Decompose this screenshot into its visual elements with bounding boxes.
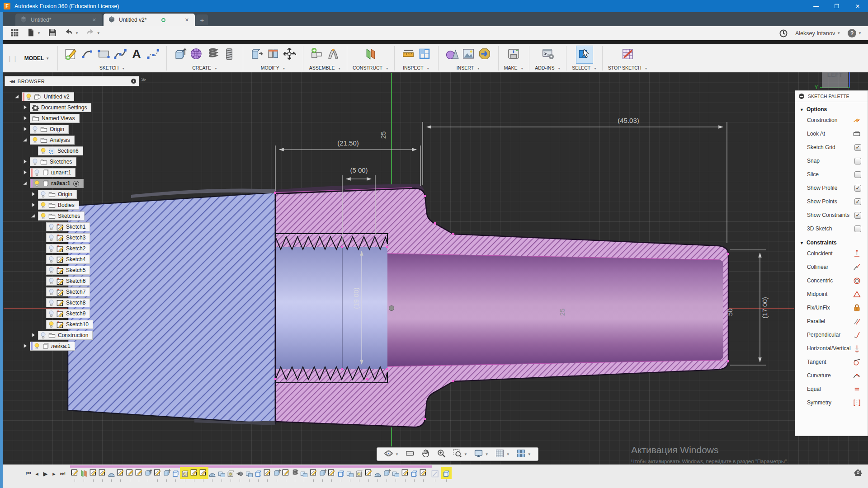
document-tab-untitled[interactable]: Untitled* ✕: [15, 14, 102, 26]
timeline-feature-12-boxo[interactable]: [172, 469, 179, 478]
align-button[interactable]: [265, 46, 281, 63]
print-3d-button[interactable]: [505, 46, 522, 63]
timeline-feature-3-sketch[interactable]: [90, 469, 97, 478]
palette-option-show-profile[interactable]: Show Profile✓: [795, 181, 868, 195]
decal-button[interactable]: [444, 46, 460, 63]
ribbon-group-label[interactable]: CONSTRUCT ▼: [353, 65, 389, 70]
constraint-fix-unfix[interactable]: Fix/UnFix: [795, 301, 868, 314]
expander-icon[interactable]: [23, 105, 29, 111]
browser-row-named-views[interactable]: Named Views: [23, 114, 80, 123]
constraint-tangent[interactable]: Tangent: [795, 355, 868, 369]
visibility-bulb-icon[interactable]: [40, 191, 46, 198]
timeline-play-button[interactable]: ▶: [42, 469, 49, 478]
timeline-feature-39-sketch[interactable]: [420, 469, 427, 478]
window-zoom-button[interactable]: ▼: [449, 449, 471, 460]
new-component-button[interactable]: [309, 46, 325, 63]
timeline-feature-30-boxo[interactable]: [337, 469, 345, 478]
maximize-button[interactable]: ❐: [826, 0, 847, 12]
visibility-bulb-icon[interactable]: [48, 224, 54, 230]
measure-button[interactable]: [400, 46, 416, 63]
browser-row-sketch6[interactable]: Sketch6: [39, 277, 90, 286]
timeline-feature-8-sketch[interactable]: [135, 469, 143, 478]
browser-row-analysis[interactable]: Analysis: [23, 136, 75, 145]
browser-row-sketch8[interactable]: Sketch8: [39, 298, 90, 307]
select-button[interactable]: [576, 46, 593, 63]
browser-row-origin[interactable]: Origin: [31, 190, 77, 199]
browser-row-лейка-1[interactable]: лейка:1: [23, 342, 75, 351]
visibility-bulb-icon[interactable]: [48, 278, 54, 285]
timeline-feature-26-combine[interactable]: [300, 469, 308, 478]
constraint-concentric[interactable]: Concentric: [795, 274, 868, 287]
timeline-feature-14-sketch[interactable]: [190, 469, 198, 478]
app-grid-button[interactable]: [10, 28, 19, 39]
timeline-feature-18-hole[interactable]: [227, 469, 235, 478]
checkbox-checked[interactable]: ✓: [854, 212, 861, 219]
user-menu[interactable]: Aleksey Intanov ▼: [795, 30, 840, 37]
dim-50[interactable]: 50: [726, 309, 734, 316]
browser-row-sketch1[interactable]: Sketch1: [39, 222, 90, 231]
visibility-bulb-icon[interactable]: [26, 94, 32, 100]
timeline-step-forward-button[interactable]: ▸: [50, 469, 58, 478]
palette-option-look-at[interactable]: Look At: [795, 127, 868, 141]
section-analysis-button[interactable]: [416, 46, 433, 63]
timeline-feature-37-sketch[interactable]: [401, 469, 409, 478]
browser-row-bodies[interactable]: Bodies: [31, 201, 79, 210]
rectangle-button[interactable]: [96, 46, 112, 63]
timeline-feature-38-boxo[interactable]: [410, 469, 418, 478]
constraint-parallel[interactable]: Parallel: [795, 314, 868, 328]
browser-row-sketch3[interactable]: Sketch3: [39, 233, 90, 242]
palette-option-show-constraints[interactable]: Show Constraints✓: [795, 208, 868, 222]
ribbon-group-label[interactable]: STOP SKETCH ▼: [608, 65, 648, 70]
press-pull-button[interactable]: [249, 46, 265, 63]
browser-row-origin[interactable]: Origin: [23, 125, 69, 134]
orbit-button[interactable]: ▼: [381, 449, 402, 460]
palette-option-show-points[interactable]: Show Points✓: [795, 195, 868, 208]
browser-row-sketch9[interactable]: Sketch9: [39, 309, 90, 318]
visibility-bulb-icon[interactable]: [48, 310, 54, 317]
timeline-feature-34-revolve[interactable]: [374, 469, 382, 478]
checkbox-checked[interactable]: ✓: [854, 144, 861, 151]
browser-row-sketches[interactable]: Sketches: [31, 211, 85, 221]
timeline-feature-13-hole[interactable]: [181, 469, 189, 478]
expander-icon[interactable]: [31, 333, 37, 338]
insert-mesh-button[interactable]: [476, 46, 493, 63]
expander-icon[interactable]: [23, 127, 29, 132]
scripts-addins-button[interactable]: [540, 46, 556, 63]
close-button[interactable]: ✕: [847, 0, 868, 12]
construction-icon[interactable]: [852, 116, 861, 125]
pan-button[interactable]: [418, 449, 434, 460]
panel-handle-icon[interactable]: [131, 79, 136, 84]
browser-row-sketch2[interactable]: Sketch2: [39, 244, 90, 253]
minimize-button[interactable]: —: [806, 0, 826, 12]
palette-option-snap[interactable]: Snap: [795, 154, 868, 168]
timeline-feature-25-coil[interactable]: [291, 469, 299, 478]
redo-button[interactable]: ▼: [86, 28, 100, 39]
sketch-palette-header[interactable]: SKETCH PALETTE: [795, 91, 868, 102]
expander-icon[interactable]: [31, 192, 37, 197]
constraint-coincident[interactable]: Coincident: [795, 247, 868, 260]
timeline-skip-end-button[interactable]: ⏭: [59, 469, 66, 478]
visibility-bulb-icon[interactable]: [48, 245, 54, 252]
zoom-button[interactable]: [434, 449, 449, 460]
form-button[interactable]: [189, 46, 205, 63]
timeline-feature-32-hole[interactable]: [355, 469, 363, 478]
timeline-feature-2-mirror[interactable]: [80, 469, 88, 478]
palette-option-sketch-grid[interactable]: Sketch Grid✓: [795, 141, 868, 154]
ribbon-group-label[interactable]: SKETCH ▼: [99, 65, 125, 70]
expander-icon[interactable]: [23, 181, 29, 187]
timeline-feature-9-extrude[interactable]: [144, 469, 152, 478]
grid-display-button[interactable]: ▼: [492, 449, 513, 460]
construct-plane-button[interactable]: [363, 46, 379, 63]
stop-sketch-button[interactable]: [620, 46, 636, 63]
constraint-midpoint[interactable]: Midpoint: [795, 287, 868, 301]
browser-row-sketch5[interactable]: Sketch5: [39, 266, 90, 275]
constraint-curvature[interactable]: Curvature: [795, 369, 868, 382]
dim-5-00[interactable]: (5 00): [350, 166, 368, 174]
timeline-feature-15-sketch[interactable]: [199, 469, 207, 478]
constraint-perpendicular[interactable]: Perpendicular: [795, 328, 868, 342]
checkbox-unchecked[interactable]: [854, 225, 861, 232]
timeline-feature-36-combine[interactable]: [392, 469, 400, 478]
ribbon-group-label[interactable]: INSPECT ▼: [403, 65, 429, 70]
timeline-feature-5-revolve[interactable]: [108, 469, 115, 478]
dim-21-50[interactable]: (21.50): [337, 139, 359, 147]
